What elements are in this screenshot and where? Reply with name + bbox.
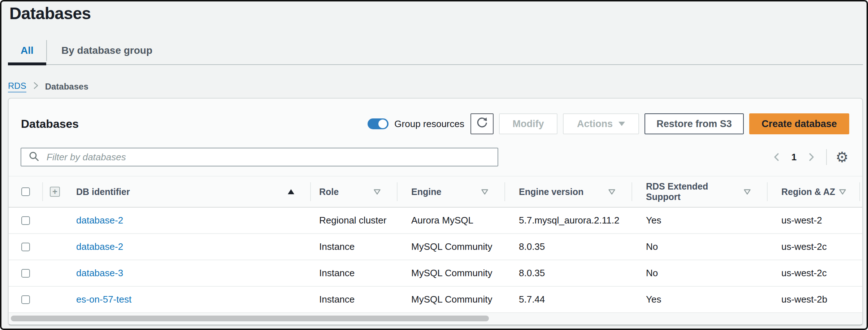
rds-databases-page: Databases All By database group RDS Data…: [0, 0, 868, 330]
db-identifier-link[interactable]: es-on-57-test: [76, 294, 131, 305]
horizontal-scrollbar[interactable]: [9, 313, 862, 324]
cell-engine: MySQL Community: [397, 260, 504, 286]
preferences-button[interactable]: ⚙: [836, 150, 849, 164]
pagination-divider: [826, 149, 827, 165]
next-page-button[interactable]: [806, 152, 816, 162]
filter-row: 1 ⚙: [21, 148, 849, 166]
filter-icon-region-az[interactable]: [839, 187, 846, 197]
filter-icon-engine-version[interactable]: [608, 187, 616, 197]
db-identifier-link[interactable]: database-3: [76, 268, 123, 279]
panel-toolbar: Group resources Modify Actions Restore f: [368, 113, 849, 134]
breadcrumb: RDS Databases: [8, 81, 88, 92]
chevron-right-icon: [806, 152, 816, 162]
cell-engine-version: 5.7.44: [504, 287, 632, 312]
table-row: database-3 Instance MySQL Community 8.0.…: [9, 260, 862, 287]
row-checkbox[interactable]: [21, 216, 30, 225]
filter-icon-engine[interactable]: [481, 187, 489, 197]
table-row: es-on-57-test Instance MySQL Community 5…: [9, 287, 862, 313]
pagination: 1 ⚙: [772, 149, 849, 165]
column-header-db-identifier[interactable]: DB identifier: [68, 177, 310, 207]
expand-all-icon[interactable]: +: [50, 187, 60, 197]
cell-region-az: us-west-2c: [767, 234, 862, 260]
cell-region-az: us-west-2: [767, 208, 862, 233]
cell-engine: MySQL Community: [397, 287, 504, 312]
row-checkbox[interactable]: [21, 295, 30, 304]
toggle-knob: [378, 120, 387, 128]
table-header-row: + DB identifier Role Engine Engine versi…: [9, 176, 862, 208]
breadcrumb-current: Databases: [45, 82, 88, 92]
group-resources-label: Group resources: [394, 118, 464, 130]
actions-button[interactable]: Actions: [563, 113, 639, 134]
column-header-role: Role: [310, 177, 397, 207]
restore-from-s3-button[interactable]: Restore from S3: [645, 113, 744, 134]
column-header-region-az: Region & AZ: [767, 177, 862, 207]
db-identifier-link[interactable]: database-2: [76, 241, 123, 252]
row-checkbox[interactable]: [21, 269, 30, 278]
cell-rds-extended-support: No: [632, 234, 767, 260]
select-all-checkbox[interactable]: [21, 187, 30, 196]
tabs-rule: [8, 64, 863, 65]
cell-rds-extended-support: Yes: [632, 208, 767, 233]
tab-by-database-group[interactable]: By database group: [47, 45, 167, 56]
cell-role: Instance: [310, 260, 397, 286]
panel-title: Databases: [21, 117, 79, 131]
horizontal-scrollbar-thumb[interactable]: [11, 316, 489, 321]
breadcrumb-rds-link[interactable]: RDS: [8, 81, 26, 92]
page-title: Databases: [9, 4, 91, 23]
column-header-engine-version: Engine version: [504, 177, 632, 207]
filter-icon-role[interactable]: [373, 187, 381, 197]
sort-ascending-icon: [288, 189, 294, 194]
cell-region-az: us-west-2b: [767, 287, 862, 312]
cell-engine: MySQL Community: [397, 234, 504, 260]
filter-search-box: [21, 148, 498, 166]
panel-header: Databases Group resources Modify: [21, 113, 849, 134]
cell-rds-extended-support: No: [632, 260, 767, 286]
table-row: database-2 Instance MySQL Community 8.0.…: [9, 234, 862, 260]
cell-engine-version: 8.0.35: [504, 260, 632, 286]
column-header-rds-extended-support: RDS Extended Support: [632, 177, 767, 207]
cell-role: Instance: [310, 287, 397, 312]
chevron-left-icon: [772, 152, 782, 162]
cell-rds-extended-support: Yes: [632, 287, 767, 312]
cell-engine-version: 8.0.35: [504, 234, 632, 260]
table-row: database-2 Regional cluster Aurora MySQL…: [9, 208, 862, 234]
tab-bar: All By database group: [8, 38, 167, 63]
gear-icon: ⚙: [836, 149, 849, 165]
row-checkbox[interactable]: [21, 243, 30, 251]
db-identifier-link[interactable]: database-2: [76, 215, 123, 226]
modify-button[interactable]: Modify: [499, 113, 557, 134]
filter-icon-rds-extended-support[interactable]: [743, 187, 751, 197]
breadcrumb-chevron-icon: [32, 81, 39, 92]
current-page-number[interactable]: 1: [791, 152, 797, 163]
create-database-button[interactable]: Create database: [749, 113, 849, 134]
cell-region-az: us-west-2c: [767, 260, 862, 286]
tab-all[interactable]: All: [8, 45, 46, 56]
group-resources-toggle[interactable]: [368, 118, 389, 129]
refresh-button[interactable]: [470, 113, 494, 134]
group-resources-control: Group resources: [368, 118, 464, 130]
cell-engine: Aurora MySQL: [397, 208, 504, 233]
cell-engine-version: 5.7.mysql_aurora.2.11.2: [504, 208, 632, 233]
filter-input[interactable]: [46, 151, 492, 163]
caret-down-icon: [619, 122, 625, 126]
cell-role: Instance: [310, 234, 397, 260]
table-body: database-2 Regional cluster Aurora MySQL…: [9, 208, 862, 313]
cell-role: Regional cluster: [310, 208, 397, 233]
search-icon: [29, 151, 39, 163]
previous-page-button[interactable]: [772, 152, 782, 162]
column-header-engine: Engine: [397, 177, 504, 207]
databases-panel: Databases Group resources Modify: [8, 98, 863, 325]
refresh-icon: [476, 116, 489, 132]
active-tab-underline: [8, 62, 46, 65]
